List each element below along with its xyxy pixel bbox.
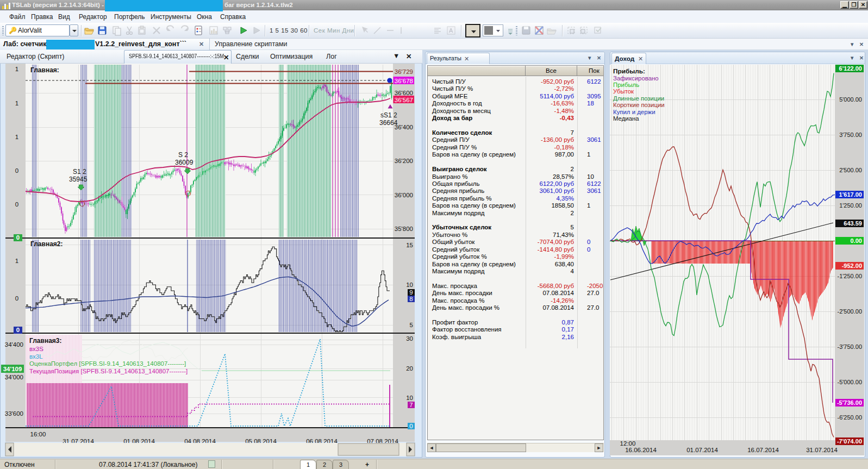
svg-text:Главная3:: Главная3:	[29, 337, 61, 345]
svg-text:31.07.2014: 31.07.2014	[806, 447, 838, 453]
svg-text:1'250.00: 1'250.00	[839, 202, 862, 209]
svg-text:16.06.2014: 16.06.2014	[625, 447, 657, 453]
svg-text:20: 20	[406, 365, 413, 372]
svg-text:1: 1	[15, 100, 18, 107]
svg-text:-952.00: -952.00	[842, 262, 862, 269]
svg-text:Главная2:: Главная2:	[30, 240, 63, 248]
svg-text:3'750.00: 3'750.00	[839, 132, 862, 138]
svg-text:36'000: 36'000	[395, 192, 413, 198]
svg-text:S1 2: S1 2	[73, 168, 86, 176]
svg-text:Убыток: Убыток	[613, 88, 634, 95]
svg-text:36'729: 36'729	[395, 68, 413, 75]
svg-text:643.59: 643.59	[844, 220, 862, 227]
svg-text:-5'736.00: -5'736.00	[837, 399, 862, 406]
svg-text:-1'250.00: -1'250.00	[837, 273, 862, 279]
svg-text:01.07.2014: 01.07.2014	[686, 447, 718, 453]
svg-text:36'200: 36'200	[395, 158, 413, 164]
svg-text:6'122.00: 6'122.00	[839, 65, 862, 72]
svg-text:36'567: 36'567	[395, 97, 413, 103]
svg-text:sS1 2: sS1 2	[380, 111, 397, 119]
svg-text:0: 0	[15, 295, 18, 302]
svg-text:0.00: 0.00	[851, 237, 862, 244]
svg-text:-2'500.00: -2'500.00	[837, 308, 862, 315]
svg-text:36'400: 36'400	[395, 124, 413, 130]
svg-text:5'000.00: 5'000.00	[839, 96, 862, 103]
svg-text:Прибыль:: Прибыль:	[613, 67, 645, 75]
svg-text:вх3L: вх3L	[29, 353, 43, 360]
svg-text:Длинные позиции: Длинные позиции	[613, 95, 664, 102]
svg-text:S 2: S 2	[178, 151, 188, 159]
svg-text:-6'250.00: -6'250.00	[837, 414, 862, 421]
svg-text:10: 10	[406, 395, 413, 401]
svg-text:15: 15	[406, 242, 413, 248]
svg-text:Медиана: Медиана	[613, 115, 639, 122]
svg-text:0: 0	[16, 327, 20, 333]
svg-text:Прибыль: Прибыль	[613, 82, 639, 88]
svg-text:1: 1	[15, 258, 18, 264]
svg-text:ОценкаПортфел [SPFB.SI-9.14_14: ОценкаПортфел [SPFB.SI-9.14_140613_14080…	[29, 360, 186, 367]
svg-text:1: 1	[15, 66, 18, 72]
svg-text:-7'074.00: -7'074.00	[837, 438, 862, 445]
svg-text:1: 1	[15, 134, 18, 140]
svg-text:33'600: 33'600	[5, 410, 23, 417]
svg-text:12:00: 12:00	[620, 440, 636, 447]
svg-text:Купил и держи: Купил и держи	[613, 109, 655, 115]
svg-text:8: 8	[409, 296, 413, 302]
svg-text:30: 30	[406, 335, 413, 342]
svg-text:7: 7	[409, 402, 413, 408]
svg-text:16:00: 16:00	[30, 431, 46, 437]
svg-text:36'600: 36'600	[395, 90, 413, 96]
svg-text:36009: 36009	[175, 159, 193, 166]
svg-text:0: 0	[16, 234, 20, 241]
svg-text:5: 5	[410, 322, 413, 328]
svg-text:34'400: 34'400	[5, 341, 23, 348]
svg-text:вх3S: вх3S	[29, 346, 43, 352]
svg-text:Короткие позиции: Короткие позиции	[613, 102, 665, 108]
svg-text:1'617.00: 1'617.00	[839, 191, 862, 198]
svg-text:0: 0	[409, 423, 413, 429]
svg-text:36'678: 36'678	[395, 78, 413, 84]
svg-text:Зафиксировано: Зафиксировано	[613, 75, 659, 82]
svg-text:2'500.00: 2'500.00	[839, 167, 862, 173]
svg-text:Главная:: Главная:	[30, 66, 59, 74]
svg-text:-5'000.00: -5'000.00	[837, 379, 862, 385]
svg-text:A: A	[449, 27, 453, 34]
svg-text:34'109: 34'109	[3, 366, 22, 372]
svg-text:34'000: 34'000	[5, 374, 23, 380]
svg-text:9: 9	[409, 289, 413, 296]
svg-text:0: 0	[15, 167, 18, 174]
svg-text:0: 0	[15, 201, 18, 208]
svg-text:35945: 35945	[69, 176, 88, 183]
svg-text:35'800: 35'800	[395, 226, 413, 232]
svg-text:16.07.2014: 16.07.2014	[747, 447, 779, 453]
svg-text:-3'750.00: -3'750.00	[837, 343, 862, 350]
svg-text:10: 10	[406, 282, 413, 288]
svg-text:ТекущаяПозиция [SPFB.SI-9.14_1: ТекущаяПозиция [SPFB.SI-9.14_140613_1408…	[29, 368, 188, 374]
